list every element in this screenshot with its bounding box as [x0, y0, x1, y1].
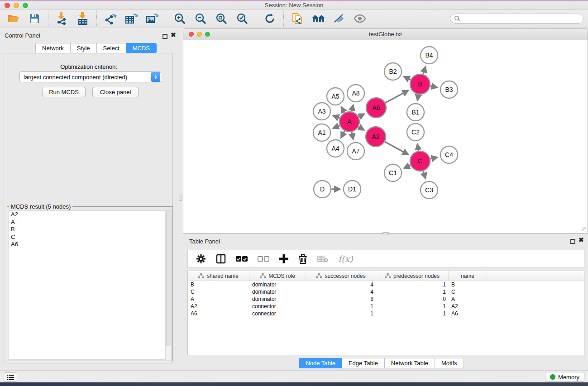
clone-network-icon[interactable]: [290, 11, 305, 26]
table-row[interactable]: Adominator80A: [188, 295, 584, 303]
tab-motifs[interactable]: Motifs: [435, 358, 464, 368]
tab-mcds[interactable]: MCDS: [126, 43, 157, 53]
table-cell[interactable]: B: [449, 281, 487, 288]
column-header-predecessor-nodes[interactable]: predecessor nodes: [376, 271, 449, 281]
import-network-icon[interactable]: [55, 11, 69, 26]
result-item[interactable]: A: [9, 219, 171, 226]
tab-style[interactable]: Style: [70, 43, 96, 53]
memory-button[interactable]: Memory: [545, 372, 584, 382]
table-cell[interactable]: 8: [306, 296, 376, 302]
table-cell[interactable]: 4: [306, 289, 376, 295]
edge-C-C3[interactable]: [423, 171, 425, 178]
tab-node-table[interactable]: Node Table: [299, 358, 342, 368]
edge-A6-B[interactable]: [385, 91, 408, 103]
result-item[interactable]: A6: [9, 241, 171, 248]
edge-B-B3[interactable]: [430, 86, 437, 87]
select-all-icon[interactable]: [236, 256, 248, 262]
tab-network[interactable]: Network: [35, 43, 70, 53]
mcds-result-list[interactable]: A2ABCA6: [9, 210, 172, 360]
close-window-button[interactable]: [5, 3, 10, 8]
network-window-titlebar[interactable]: testGlobe.txt: [183, 29, 588, 40]
close-panel-button[interactable]: Close panel: [92, 87, 139, 97]
export-network-icon[interactable]: [103, 11, 118, 26]
edge-A2-C[interactable]: [385, 142, 408, 154]
export-image-icon[interactable]: [145, 11, 159, 26]
edge-B-B1[interactable]: [417, 95, 418, 100]
table-cell[interactable]: A6: [449, 310, 487, 317]
table-cell[interactable]: 1: [376, 303, 449, 310]
edge-A-A5[interactable]: [341, 107, 344, 113]
zoom-window-button[interactable]: [23, 3, 28, 8]
table-cell[interactable]: A6: [188, 310, 249, 317]
edge-A-A4[interactable]: [341, 131, 345, 138]
network-canvas[interactable]: B4B2BB3A8A5A6A3B1AC2A1A2A4A7C4CC1C3DD1: [184, 41, 587, 232]
tab-edge-table[interactable]: Edge Table: [342, 358, 384, 368]
task-history-button[interactable]: [4, 372, 17, 382]
edge-A-A3[interactable]: [333, 116, 339, 118]
edge-C-C4[interactable]: [430, 157, 437, 159]
table-cell[interactable]: 1: [376, 281, 449, 288]
column-header-name[interactable]: name: [449, 271, 487, 281]
table-row[interactable]: A2connector11A2: [188, 303, 584, 310]
close-panel-icon[interactable]: ✖: [171, 31, 176, 38]
function-builder-icon[interactable]: f(x): [338, 254, 353, 264]
zoom-selected-icon[interactable]: [235, 11, 249, 26]
edge-B-B2[interactable]: [404, 76, 411, 80]
network-minimize-button[interactable]: [197, 32, 202, 37]
refresh-view-icon[interactable]: [263, 11, 277, 26]
show-view-icon[interactable]: [353, 11, 367, 26]
float-table-panel-icon[interactable]: [570, 238, 575, 246]
result-list-scrollbar[interactable]: [165, 210, 171, 360]
hide-view-icon[interactable]: [332, 11, 346, 26]
edge-C-C1[interactable]: [404, 165, 411, 168]
table-cell[interactable]: dominator: [249, 281, 306, 288]
network-zoom-button[interactable]: [205, 32, 210, 37]
table-settings-gear-icon[interactable]: [196, 254, 206, 264]
edge-A-A2[interactable]: [359, 127, 364, 130]
show-column-panel-icon[interactable]: [216, 254, 226, 264]
table-cell[interactable]: A2: [188, 303, 249, 310]
add-column-icon[interactable]: [279, 254, 288, 263]
table-cell[interactable]: C: [449, 289, 487, 295]
search-box[interactable]: [450, 14, 583, 24]
table-cell[interactable]: A: [188, 296, 249, 302]
table-cell[interactable]: B: [188, 281, 249, 288]
close-table-panel-icon[interactable]: ✖: [578, 236, 584, 243]
table-cell[interactable]: connector: [249, 310, 306, 317]
deselect-all-icon[interactable]: [258, 256, 269, 262]
table-cell[interactable]: 1: [376, 289, 449, 295]
result-item[interactable]: A2: [9, 211, 171, 219]
edge-A-A7[interactable]: [352, 132, 353, 139]
export-table-icon[interactable]: [124, 11, 139, 26]
table-row[interactable]: A6connector11A6: [188, 310, 584, 317]
edge-A-A1[interactable]: [333, 125, 339, 128]
table-cell[interactable]: 0: [376, 296, 449, 302]
column-header-shared-name[interactable]: shared name: [188, 271, 249, 281]
network-graph[interactable]: B4B2BB3A8A5A6A3B1AC2A1A2A4A7C4CC1C3DD1: [184, 41, 587, 232]
run-mcds-button[interactable]: Run MCDS: [42, 87, 86, 97]
minimize-window-button[interactable]: [14, 3, 19, 8]
zoom-in-icon[interactable]: [172, 11, 187, 26]
table-cell[interactable]: connector: [249, 303, 306, 310]
tab-select[interactable]: Select: [96, 43, 126, 53]
show-all-views-icon[interactable]: [311, 11, 325, 26]
result-item[interactable]: B: [9, 226, 171, 234]
table-cell[interactable]: A: [449, 296, 487, 302]
table-cell[interactable]: dominator: [249, 296, 306, 302]
zoom-out-icon[interactable]: [193, 11, 208, 26]
result-item[interactable]: C: [9, 234, 171, 241]
edge-C-C2[interactable]: [417, 144, 418, 151]
vertical-splitter-grip[interactable]: [179, 195, 182, 201]
open-session-icon[interactable]: [6, 11, 21, 26]
criterion-select[interactable]: largest connected component (directed) ▲…: [19, 71, 161, 82]
table-cell[interactable]: A2: [449, 303, 487, 310]
table-row[interactable]: Bdominator41B: [188, 281, 584, 288]
edge-B-B4[interactable]: [423, 67, 425, 74]
edge-A-A6[interactable]: [359, 114, 364, 117]
import-table-icon[interactable]: [76, 11, 90, 26]
float-panel-icon[interactable]: [163, 33, 167, 41]
tab-network-table[interactable]: Network Table: [384, 358, 435, 368]
table-cell[interactable]: C: [188, 289, 249, 295]
save-session-icon[interactable]: [27, 11, 42, 26]
table-cell[interactable]: 1: [306, 303, 376, 310]
